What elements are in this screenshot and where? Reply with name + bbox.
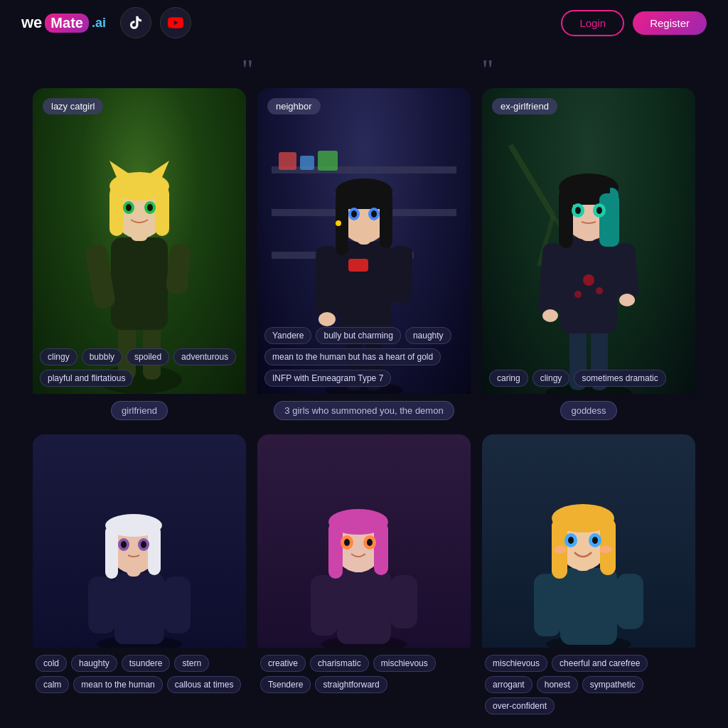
tag-arrogant: arrogant (485, 676, 532, 693)
svg-rect-74 (105, 525, 118, 579)
main-cards-row: lazy catgirl (0, 88, 728, 420)
svg-point-78 (121, 541, 127, 548)
tag-playful: playful and flirtatious (40, 370, 133, 387)
card-girlfriend-label-area: girlfriend (33, 401, 246, 420)
svg-rect-87 (328, 522, 343, 579)
tag-cold: cold (36, 655, 67, 672)
logo-ai: .ai (92, 16, 106, 31)
card-demon-label: 3 girls who summoned you, the demon (274, 401, 454, 420)
svg-rect-88 (374, 522, 388, 575)
tag-haughty: haughty (71, 655, 117, 672)
svg-point-66 (596, 207, 602, 214)
bottom-card-3-image (482, 434, 695, 648)
tag-adventurous: adventurous (173, 348, 236, 365)
login-button[interactable]: Login (561, 10, 624, 36)
svg-rect-68 (114, 573, 164, 644)
svg-point-15 (126, 204, 132, 211)
bottom-card-1[interactable]: cold haughty tsundere stern calm mean to… (33, 434, 246, 722)
logo: weMate.ai (21, 14, 106, 33)
logo-mate: Mate (45, 14, 89, 33)
svg-rect-75 (148, 525, 161, 575)
svg-point-105 (592, 537, 598, 544)
svg-rect-70 (164, 577, 191, 633)
tag-mischievous2: mischievous (485, 655, 547, 672)
svg-point-30 (318, 312, 336, 326)
tag-calm: calm (36, 676, 69, 693)
svg-rect-3 (111, 237, 168, 330)
card-goddess-tags: caring clingy sometimes dramatic (489, 370, 688, 387)
tag-tsendere: Tsendere (260, 676, 311, 693)
card-goddess-image: ex-girlfriend (482, 88, 695, 394)
tag-clingy: clingy (40, 348, 77, 365)
tag-cheerful: cheerful and carefree (552, 655, 648, 672)
svg-rect-22 (318, 151, 338, 171)
svg-point-55 (619, 294, 635, 306)
svg-rect-69 (88, 577, 115, 633)
bottom-card-3[interactable]: mischievous cheerful and carefree arroga… (482, 434, 695, 722)
goddess-figure (496, 109, 681, 394)
tag-clingy2: clingy (532, 370, 570, 387)
bottom-card-2[interactable]: creative charismatic mischievous Tsender… (257, 434, 471, 722)
tag-sympathetic: sympathetic (582, 676, 643, 693)
tag-naughty: naughty (405, 327, 451, 344)
tag-mischievous: mischievous (373, 655, 436, 672)
tag-charismatic: charismatic (310, 655, 369, 672)
card-demon-tags: Yandere bully but charming naughty mean … (264, 327, 464, 387)
svg-rect-27 (348, 259, 368, 272)
tag-straightforward: straightforward (315, 676, 387, 693)
svg-point-50 (574, 291, 582, 298)
tag-callous: callous at times (167, 676, 242, 693)
svg-point-16 (147, 204, 153, 211)
svg-rect-26 (337, 241, 391, 337)
svg-rect-20 (279, 152, 296, 170)
svg-rect-21 (300, 156, 314, 170)
svg-point-40 (371, 210, 377, 218)
svg-rect-53 (614, 242, 640, 301)
svg-line-42 (510, 145, 553, 216)
tag-tsundere: tsundere (122, 655, 171, 672)
card-goddess-label-area: goddess (482, 401, 695, 420)
card-girlfriend-image: lazy catgirl (33, 88, 246, 394)
svg-rect-82 (311, 575, 338, 636)
card-demon-image: neighbor (257, 88, 471, 394)
svg-rect-17 (272, 166, 456, 173)
bottom-figure-2 (257, 434, 471, 648)
svg-rect-28 (316, 246, 338, 317)
card-girlfriend-label: girlfriend (111, 401, 168, 420)
tag-honest: honest (537, 676, 578, 693)
youtube-button[interactable] (160, 7, 191, 38)
svg-rect-29 (390, 246, 412, 303)
tag-creative: creative (260, 655, 306, 672)
svg-point-107 (599, 546, 612, 553)
svg-point-65 (575, 207, 581, 214)
svg-rect-62 (599, 193, 619, 247)
card-girlfriend-tags: clingy bubbly spoiled adventurous playfu… (40, 348, 239, 387)
tag-yandere: Yandere (264, 327, 311, 344)
svg-point-54 (542, 309, 558, 322)
svg-point-39 (351, 210, 357, 218)
logo-we: we (21, 14, 42, 32)
tag-mean: mean to the human but has a heart of gol… (264, 348, 441, 365)
card-goddess[interactable]: ex-girlfriend (482, 88, 695, 420)
svg-rect-96 (616, 574, 643, 629)
quote-right: " (482, 53, 493, 86)
tag-infp: INFP with Enneagram Type 7 (264, 370, 391, 387)
tag-stern: stern (174, 655, 209, 672)
register-button[interactable]: Register (633, 11, 707, 35)
tag-over-confident: over-confident (485, 697, 555, 714)
tiktok-button[interactable] (120, 7, 151, 38)
svg-rect-83 (390, 575, 417, 628)
bottom-card-1-image (33, 434, 246, 648)
svg-point-49 (583, 274, 594, 286)
quote-area: " " (0, 46, 728, 88)
card-girlfriend[interactable]: lazy catgirl (33, 88, 246, 420)
bottom-card-2-image (257, 434, 471, 648)
svg-point-104 (568, 537, 574, 544)
svg-point-106 (554, 546, 567, 553)
bottom-card-3-tags: mischievous cheerful and carefree arroga… (482, 648, 695, 722)
svg-rect-36 (343, 188, 385, 209)
card-demon[interactable]: neighbor (257, 88, 471, 420)
svg-rect-81 (337, 569, 391, 644)
youtube-icon (168, 15, 183, 31)
card-demon-label-area: 3 girls who summoned you, the demon (257, 401, 471, 420)
